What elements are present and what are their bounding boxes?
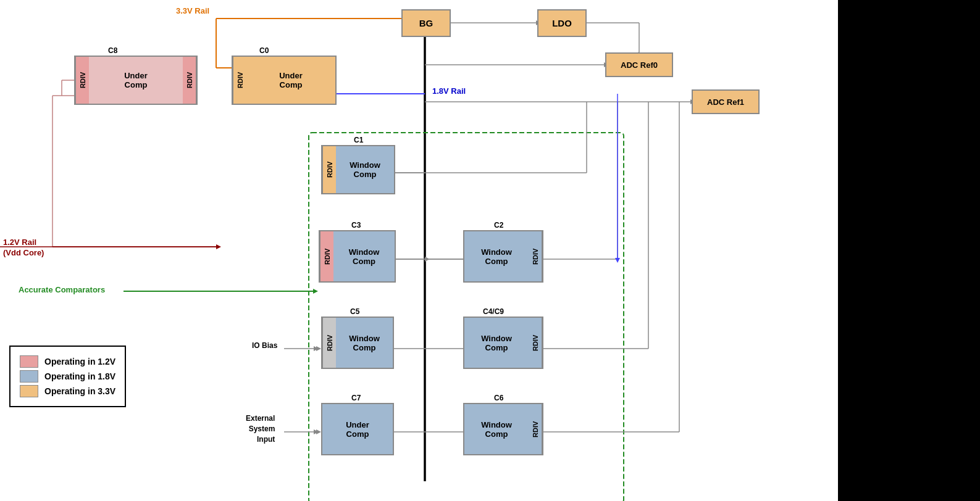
ext-sys-input-label: ExternalSystemInput — [246, 413, 275, 444]
legend-label-18v: Operating in 1.8V — [44, 371, 115, 381]
c8-rdiv-left: RDIV — [75, 57, 89, 104]
svg-marker-34 — [425, 257, 430, 262]
diagram-container: BG LDO ADC Ref0 ADC Ref1 3.3V Rail 1.8V … — [0, 0, 980, 501]
c6-main: WindowComp — [464, 404, 529, 454]
c5-box: RDIV WindowComp — [321, 317, 394, 369]
c0-main: UnderComp — [246, 57, 335, 104]
c3-main: WindowComp — [333, 231, 395, 281]
c2-rdiv: RDIV — [529, 231, 542, 281]
c0-title: C0 — [259, 46, 269, 55]
legend-item-18v: Operating in 1.8V — [20, 370, 115, 383]
c8-title: C8 — [108, 46, 117, 55]
c2-main: WindowComp — [464, 231, 529, 281]
ldo-label: LDO — [552, 18, 572, 28]
black-panel — [838, 0, 980, 501]
svg-marker-27 — [313, 289, 318, 294]
c1-title: C1 — [354, 136, 363, 144]
svg-marker-44 — [316, 429, 321, 434]
svg-marker-54 — [615, 258, 620, 263]
c1-box: RDIV WindowComp — [321, 145, 395, 194]
c3-title: C3 — [351, 221, 361, 230]
c0-rdiv: RDIV — [233, 57, 246, 104]
c0-box: RDIV UnderComp — [232, 56, 337, 105]
io-bias-label: IO Bias — [252, 341, 277, 350]
legend-item-12v: Operating in 1.2V — [20, 355, 115, 368]
c4c9-title: C4/C9 — [483, 307, 504, 316]
c1-rdiv: RDIV — [322, 146, 336, 193]
c8-box: RDIV UnderComp RDIV — [74, 56, 198, 105]
svg-marker-60 — [314, 429, 319, 434]
c7-title: C7 — [351, 394, 361, 402]
adc-ref0-box: ADC Ref0 — [605, 52, 673, 77]
c5-main: WindowComp — [336, 318, 393, 368]
legend-label-12v: Operating in 1.2V — [44, 357, 115, 366]
c7-box: UnderComp — [321, 403, 394, 455]
legend-label-33v: Operating in 3.3V — [44, 386, 115, 396]
legend-item-33v: Operating in 3.3V — [20, 385, 115, 397]
bg-box: BG — [401, 9, 451, 37]
c5-rdiv: RDIV — [322, 318, 336, 368]
legend-color-12v — [20, 355, 38, 368]
svg-marker-39 — [316, 346, 321, 351]
svg-marker-23 — [216, 244, 221, 249]
c7-main: UnderComp — [322, 404, 393, 454]
c2-title: C2 — [494, 221, 503, 230]
c2-box: WindowComp RDIV — [463, 230, 543, 283]
adc-ref1-label: ADC Ref1 — [707, 97, 744, 107]
c6-rdiv: RDIV — [529, 404, 542, 454]
legend-box: Operating in 1.2V Operating in 1.8V Oper… — [9, 346, 126, 407]
c8-rdiv-right: RDIV — [183, 57, 196, 104]
legend-color-18v — [20, 370, 38, 383]
rail-33v-label: 3.3V Rail — [176, 6, 209, 15]
accurate-comparators-label: Accurate Comparators — [19, 285, 105, 294]
c6-title: C6 — [494, 394, 503, 402]
c3-rdiv: RDIV — [320, 231, 333, 281]
rail-12v-label: 1.2V Rail (Vdd Core) — [3, 238, 44, 259]
c6-box: WindowComp RDIV — [463, 403, 543, 455]
bg-label: BG — [419, 18, 433, 28]
ldo-box: LDO — [537, 9, 587, 37]
legend-color-33v — [20, 385, 38, 397]
c4c9-box: WindowComp RDIV — [463, 317, 543, 369]
adc-ref1-box: ADC Ref1 — [692, 89, 760, 114]
svg-marker-58 — [314, 346, 319, 351]
c8-main: UnderComp — [89, 57, 183, 104]
c3-box: RDIV WindowComp — [319, 230, 396, 283]
adc-ref0-label: ADC Ref0 — [621, 60, 658, 70]
c4c9-rdiv: RDIV — [529, 318, 542, 368]
c5-title: C5 — [350, 307, 359, 316]
c1-main: WindowComp — [336, 146, 394, 193]
rail-18v-label: 1.8V Rail — [432, 86, 466, 96]
c4c9-main: WindowComp — [464, 318, 529, 368]
